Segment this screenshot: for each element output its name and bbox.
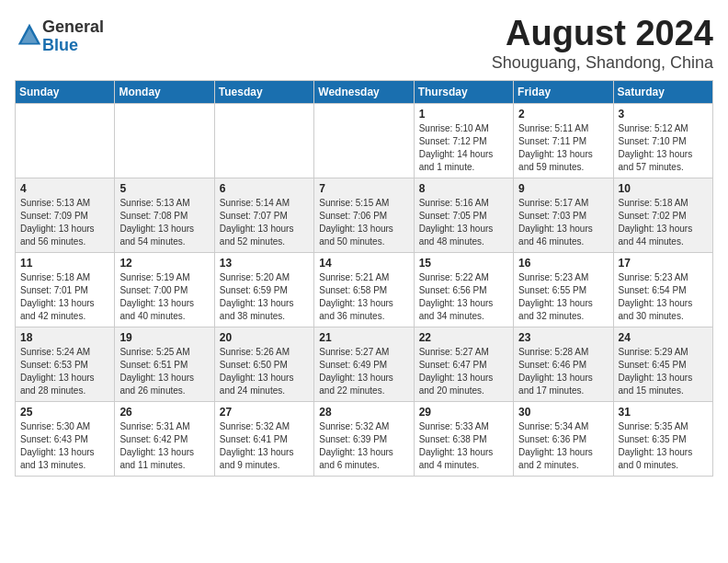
- calendar-title: August 2024: [492, 15, 713, 53]
- day-info: Sunrise: 5:18 AM Sunset: 7:01 PM Dayligh…: [20, 271, 109, 323]
- day-number: 24: [619, 331, 708, 344]
- calendar-subtitle: Shouguang, Shandong, China: [492, 53, 713, 73]
- day-info: Sunrise: 5:21 AM Sunset: 6:58 PM Dayligh…: [319, 271, 408, 323]
- day-number: 6: [220, 182, 309, 195]
- title-block: August 2024 Shouguang, Shandong, China: [492, 15, 713, 73]
- calendar-cell: 13Sunrise: 5:20 AM Sunset: 6:59 PM Dayli…: [214, 252, 313, 327]
- calendar-cell: 14Sunrise: 5:21 AM Sunset: 6:58 PM Dayli…: [314, 252, 414, 327]
- header-thursday: Thursday: [414, 80, 513, 103]
- calendar-cell: 19Sunrise: 5:25 AM Sunset: 6:51 PM Dayli…: [115, 327, 214, 401]
- day-info: Sunrise: 5:28 AM Sunset: 6:46 PM Dayligh…: [518, 346, 608, 397]
- day-info: Sunrise: 5:27 AM Sunset: 6:47 PM Dayligh…: [419, 346, 508, 397]
- day-number: 10: [619, 182, 708, 195]
- logo-text: General Blue: [42, 18, 104, 55]
- day-number: 13: [220, 257, 309, 270]
- calendar-week-1: 1Sunrise: 5:10 AM Sunset: 7:12 PM Daylig…: [16, 103, 713, 178]
- day-info: Sunrise: 5:22 AM Sunset: 6:56 PM Dayligh…: [419, 271, 508, 323]
- day-info: Sunrise: 5:27 AM Sunset: 6:49 PM Dayligh…: [319, 346, 408, 397]
- day-number: 9: [518, 182, 608, 195]
- header-wednesday: Wednesday: [314, 80, 414, 103]
- day-info: Sunrise: 5:33 AM Sunset: 6:38 PM Dayligh…: [419, 420, 508, 472]
- day-info: Sunrise: 5:11 AM Sunset: 7:11 PM Dayligh…: [518, 122, 608, 174]
- day-number: 14: [319, 257, 408, 270]
- calendar-cell: 23Sunrise: 5:28 AM Sunset: 6:46 PM Dayli…: [514, 327, 613, 401]
- day-number: 12: [119, 257, 209, 270]
- day-number: 30: [518, 406, 608, 419]
- calendar-cell: 17Sunrise: 5:23 AM Sunset: 6:54 PM Dayli…: [613, 252, 712, 327]
- day-info: Sunrise: 5:31 AM Sunset: 6:42 PM Dayligh…: [119, 420, 209, 472]
- calendar-cell: 25Sunrise: 5:30 AM Sunset: 6:43 PM Dayli…: [16, 401, 115, 476]
- day-number: 7: [319, 182, 408, 195]
- calendar-cell: [214, 103, 313, 178]
- calendar-cell: 30Sunrise: 5:34 AM Sunset: 6:36 PM Dayli…: [514, 401, 613, 476]
- day-number: 31: [619, 406, 708, 419]
- day-number: 4: [20, 182, 109, 195]
- day-info: Sunrise: 5:32 AM Sunset: 6:41 PM Dayligh…: [220, 420, 309, 472]
- day-info: Sunrise: 5:18 AM Sunset: 7:02 PM Dayligh…: [619, 197, 708, 248]
- day-number: 20: [220, 331, 309, 344]
- day-info: Sunrise: 5:13 AM Sunset: 7:09 PM Dayligh…: [20, 197, 109, 248]
- calendar-cell: 16Sunrise: 5:23 AM Sunset: 6:55 PM Dayli…: [514, 252, 613, 327]
- day-number: 21: [319, 331, 408, 344]
- day-info: Sunrise: 5:30 AM Sunset: 6:43 PM Dayligh…: [20, 420, 109, 472]
- day-number: 1: [419, 108, 508, 121]
- day-number: 15: [419, 257, 508, 270]
- page-header: General Blue August 2024 Shouguang, Shan…: [15, 15, 713, 73]
- day-number: 16: [518, 257, 608, 270]
- header-tuesday: Tuesday: [214, 80, 313, 103]
- calendar-cell: 10Sunrise: 5:18 AM Sunset: 7:02 PM Dayli…: [613, 178, 712, 252]
- day-number: 11: [20, 257, 109, 270]
- calendar-cell: 7Sunrise: 5:15 AM Sunset: 7:06 PM Daylig…: [314, 178, 414, 252]
- calendar-cell: 2Sunrise: 5:11 AM Sunset: 7:11 PM Daylig…: [514, 103, 613, 178]
- calendar-cell: 18Sunrise: 5:24 AM Sunset: 6:53 PM Dayli…: [16, 327, 115, 401]
- calendar-cell: 15Sunrise: 5:22 AM Sunset: 6:56 PM Dayli…: [414, 252, 513, 327]
- calendar-cell: 22Sunrise: 5:27 AM Sunset: 6:47 PM Dayli…: [414, 327, 513, 401]
- day-info: Sunrise: 5:20 AM Sunset: 6:59 PM Dayligh…: [220, 271, 309, 323]
- calendar-cell: 8Sunrise: 5:16 AM Sunset: 7:05 PM Daylig…: [414, 178, 513, 252]
- day-number: 17: [619, 257, 708, 270]
- calendar-cell: 29Sunrise: 5:33 AM Sunset: 6:38 PM Dayli…: [414, 401, 513, 476]
- header-sunday: Sunday: [16, 80, 115, 103]
- day-number: 23: [518, 331, 608, 344]
- calendar-cell: 26Sunrise: 5:31 AM Sunset: 6:42 PM Dayli…: [115, 401, 214, 476]
- calendar-cell: [16, 103, 115, 178]
- calendar-cell: 1Sunrise: 5:10 AM Sunset: 7:12 PM Daylig…: [414, 103, 513, 178]
- day-info: Sunrise: 5:17 AM Sunset: 7:03 PM Dayligh…: [518, 197, 608, 248]
- day-number: 27: [220, 406, 309, 419]
- day-info: Sunrise: 5:23 AM Sunset: 6:55 PM Dayligh…: [518, 271, 608, 323]
- day-number: 5: [119, 182, 209, 195]
- day-number: 2: [518, 108, 608, 121]
- day-number: 25: [20, 406, 109, 419]
- day-info: Sunrise: 5:24 AM Sunset: 6:53 PM Dayligh…: [20, 346, 109, 397]
- calendar-cell: 20Sunrise: 5:26 AM Sunset: 6:50 PM Dayli…: [214, 327, 313, 401]
- calendar-cell: [115, 103, 214, 178]
- day-info: Sunrise: 5:34 AM Sunset: 6:36 PM Dayligh…: [518, 420, 608, 472]
- header-friday: Friday: [514, 80, 613, 103]
- calendar-cell: 27Sunrise: 5:32 AM Sunset: 6:41 PM Dayli…: [214, 401, 313, 476]
- calendar-cell: 5Sunrise: 5:13 AM Sunset: 7:08 PM Daylig…: [115, 178, 214, 252]
- logo-icon: [17, 22, 42, 48]
- day-number: 19: [119, 331, 209, 344]
- day-info: Sunrise: 5:13 AM Sunset: 7:08 PM Dayligh…: [119, 197, 209, 248]
- calendar-cell: 12Sunrise: 5:19 AM Sunset: 7:00 PM Dayli…: [115, 252, 214, 327]
- calendar-table: Sunday Monday Tuesday Wednesday Thursday…: [15, 80, 713, 477]
- day-number: 22: [419, 331, 508, 344]
- day-number: 8: [419, 182, 508, 195]
- day-info: Sunrise: 5:32 AM Sunset: 6:39 PM Dayligh…: [319, 420, 408, 472]
- calendar-cell: 4Sunrise: 5:13 AM Sunset: 7:09 PM Daylig…: [16, 178, 115, 252]
- calendar-cell: 6Sunrise: 5:14 AM Sunset: 7:07 PM Daylig…: [214, 178, 313, 252]
- calendar-cell: 9Sunrise: 5:17 AM Sunset: 7:03 PM Daylig…: [514, 178, 613, 252]
- day-number: 18: [20, 331, 109, 344]
- calendar-week-2: 4Sunrise: 5:13 AM Sunset: 7:09 PM Daylig…: [16, 178, 713, 252]
- header-monday: Monday: [115, 80, 214, 103]
- logo: General Blue: [15, 18, 104, 55]
- calendar-cell: 11Sunrise: 5:18 AM Sunset: 7:01 PM Dayli…: [16, 252, 115, 327]
- day-info: Sunrise: 5:19 AM Sunset: 7:00 PM Dayligh…: [119, 271, 209, 323]
- day-info: Sunrise: 5:16 AM Sunset: 7:05 PM Dayligh…: [419, 197, 508, 248]
- day-info: Sunrise: 5:14 AM Sunset: 7:07 PM Dayligh…: [220, 197, 309, 248]
- day-info: Sunrise: 5:29 AM Sunset: 6:45 PM Dayligh…: [619, 346, 708, 397]
- day-info: Sunrise: 5:26 AM Sunset: 6:50 PM Dayligh…: [220, 346, 309, 397]
- day-number: 26: [119, 406, 209, 419]
- calendar-cell: 28Sunrise: 5:32 AM Sunset: 6:39 PM Dayli…: [314, 401, 414, 476]
- calendar-cell: 3Sunrise: 5:12 AM Sunset: 7:10 PM Daylig…: [613, 103, 712, 178]
